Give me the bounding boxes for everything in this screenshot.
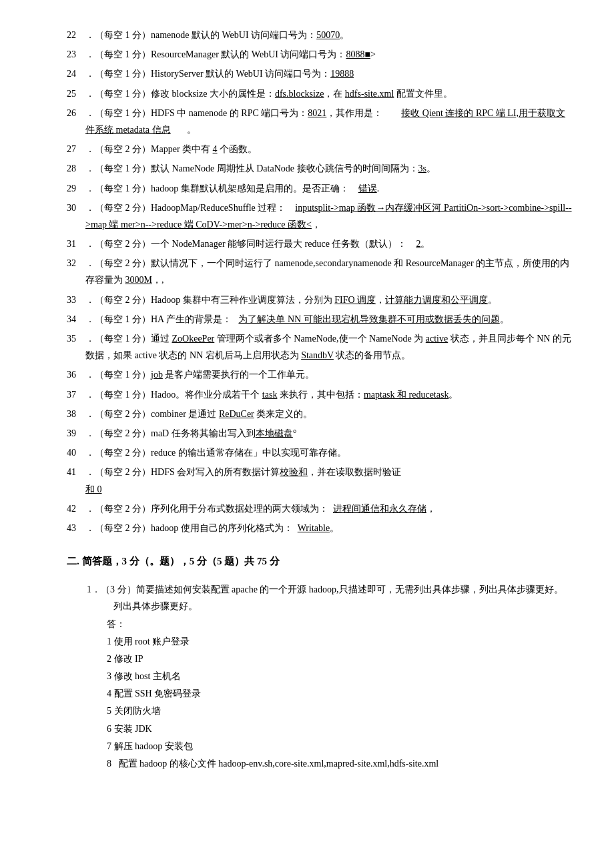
answer-34: 为了解决单 NN 可能出现宕机导致集群不可用或数据丢失的问题 [238, 314, 499, 324]
q-body-32: ．（每空 2 分）默认情况下，一个同时运行了 namenode,secondar… [85, 255, 574, 288]
q-num-40: 40 [67, 444, 85, 461]
q-body-36: ．（每空 1 分）job 是客户端需要执行的一个工作单元。 [85, 366, 574, 383]
sub-q1-text: 1．（3 分）简要描述如何安装配置 apache 的一个开源 hadoop,只描… [87, 581, 574, 598]
q-body-40: ．（每空 2 分）reduce 的输出通常存储在」中以实现可靠存储。 [85, 444, 574, 461]
q-body-30: ．（每空 2 分）HadoopMap/ReduceShuffle 过程： inp… [85, 199, 574, 233]
answer-label: 答： [107, 619, 125, 629]
answer-step-2: 2 修改 IP [107, 650, 574, 667]
sub-question-1: 1．（3 分）简要描述如何安装配置 apache 的一个开源 hadoop,只描… [87, 581, 574, 772]
sub-q1-indent: 列出具体步骤更好。 [113, 598, 574, 614]
question-22: 22 ．（每空 1 分）namenode 默认的 WebUI 访问端口号为：50… [67, 27, 574, 43]
answer-39: 本地磁盘 [256, 428, 293, 438]
answer-27: 4 [213, 144, 218, 154]
q-body-34: ．（每空 1 分）HA 产生的背景是： 为了解决单 NN 可能出现宕机导致集群不… [85, 311, 574, 328]
answer-step-4: 4 配置 SSH 免密码登录 [107, 685, 574, 702]
question-24: 24 ．（每空 1 分）HistoryServer 默认的 WebUI 访问端口… [67, 65, 574, 82]
question-32: 32 ．（每空 2 分）默认情况下，一个同时运行了 namenode,secon… [67, 255, 574, 288]
section2-title: 二. 简答题，3 分（。题），5 分（5 题）共 75 分 [67, 552, 574, 570]
question-40: 40 ．（每空 2 分）reduce 的输出通常存储在」中以实现可靠存储。 [67, 444, 574, 461]
question-25: 25 ．（每空 1 分）修改 blocksize 大小的属性是：dfs.bloc… [67, 85, 574, 102]
question-28: 28 ．（每空 1 分）默认 NameNode 周期性从 DataNode 接收… [67, 160, 574, 177]
question-39: 39 ．（每空 2 分）maD 任务将其输出写入到本地磁盘° [67, 425, 574, 442]
answer-30: inputsplit->map 函数→内存缓冲区河 PartitiOn->sor… [85, 203, 572, 230]
q-body-25: ．（每空 1 分）修改 blocksize 大小的属性是：dfs.blocksi… [85, 85, 574, 102]
answer-26a: 8021 [308, 108, 326, 118]
q-num-28: 28 [67, 160, 85, 177]
answer-35a: ZoOkeePer [172, 334, 215, 344]
answer-step-6: 6 安装 JDK [107, 721, 574, 737]
q-num-41: 41 [67, 464, 85, 480]
answer-41b: 和 0 [85, 484, 102, 494]
q-body-31: ．（每空 2 分）一个 NodeManager 能够同时运行最大 reduce … [85, 236, 574, 252]
q-num-36: 36 [67, 366, 85, 383]
q-num-25: 25 [67, 85, 85, 102]
answer-step-1: 1 使用 root 账户登录 [107, 633, 574, 650]
q-body-33: ．（每空 2 分）Hadoop 集群中有三种作业调度算法，分别为 FIFO 调度… [85, 292, 574, 308]
answer-37a: task [262, 390, 278, 400]
section-2: 二. 简答题，3 分（。题），5 分（5 题）共 75 分 1．（3 分）简要描… [67, 552, 574, 772]
question-30: 30 ．（每空 2 分）HadoopMap/ReduceShuffle 过程： … [67, 199, 574, 233]
question-26: 26 ．（每空 1 分）HDFS 中 namenode 的 RPC 端口号为：8… [67, 105, 574, 138]
q-body-26: ．（每空 1 分）HDFS 中 namenode 的 RPC 端口号为：8021… [85, 105, 574, 138]
q-body-24: ．（每空 1 分）HistoryServer 默认的 WebUI 访问端口号为：… [85, 65, 574, 82]
q-body-23: ．（每空 1 分）ResourceManager 默认的 WebUI 访问端口号… [85, 46, 574, 63]
q-body-41: ．（每空 2 分）HDFS 会对写入的所有数据计算校验和，并在读取数据时验证 和… [85, 464, 574, 497]
q-num-27: 27 [67, 141, 85, 157]
q-num-31: 31 [67, 236, 85, 252]
answer-32: 3000M [125, 275, 152, 285]
answer-25: dfs.blocksize [275, 89, 324, 99]
q-body-35: ．（每空 1 分）通过 ZoOkeePer 管理两个或者多个 NameNode,… [85, 330, 574, 364]
answer-35c: StandbV [301, 350, 334, 360]
q-num-43: 43 [67, 520, 85, 536]
q-body-38: ．（每空 2 分）combiner 是通过 ReDuCer 类来定义的。 [85, 406, 574, 422]
question-27: 27 ．（每空 2 分）Mapper 类中有 4 个函数。 [67, 141, 574, 157]
q-body-28: ．（每空 1 分）默认 NameNode 周期性从 DataNode 接收心跳信… [85, 160, 574, 177]
question-43: 43 ．（每空 2 分）hadoop 使用自己的序列化格式为： Writable… [67, 520, 574, 536]
answer-22: 50070 [316, 30, 340, 40]
q-num-26: 26 [67, 105, 85, 121]
answer-36: job [151, 370, 163, 380]
question-42: 42 ．（每空 2 分）序列化用于分布式数据处理的两大领域为： 进程间通信和永久… [67, 500, 574, 517]
answer-33b: 计算能力调度和公平调度 [385, 295, 488, 305]
q-num-42: 42 [67, 500, 85, 517]
answer-step-7: 7 解压 hadoop 安装包 [107, 738, 574, 755]
answer-28: 3s [418, 163, 426, 173]
q-body-43: ．（每空 2 分）hadoop 使用自己的序列化格式为： Writable。 [85, 520, 574, 536]
q-body-27: ．（每空 2 分）Mapper 类中有 4 个函数。 [85, 141, 574, 157]
q-body-37: ．（每空 1 分）Hadoo。将作业分成若干个 task 来执行，其中包括：ma… [85, 386, 574, 403]
answer-33a: FIFO 调度 [334, 295, 376, 305]
question-23: 23 ．（每空 1 分）ResourceManager 默认的 WebUI 访问… [67, 46, 574, 63]
answer-29: 错误 [358, 183, 377, 193]
q-body-42: ．（每空 2 分）序列化用于分布式数据处理的两大领域为： 进程间通信和永久存储， [85, 500, 574, 517]
q-body-39: ．（每空 2 分）maD 任务将其输出写入到本地磁盘° [85, 425, 574, 442]
q-num-38: 38 [67, 406, 85, 422]
question-33: 33 ．（每空 2 分）Hadoop 集群中有三种作业调度算法，分别为 FIFO… [67, 292, 574, 308]
question-37: 37 ．（每空 1 分）Hadoo。将作业分成若干个 task 来执行，其中包括… [67, 386, 574, 403]
question-38: 38 ．（每空 2 分）combiner 是通过 ReDuCer 类来定义的。 [67, 406, 574, 422]
answer-42: 进程间通信和永久存储 [333, 504, 426, 514]
q-num-39: 39 [67, 425, 85, 442]
question-36: 36 ．（每空 1 分）job 是客户端需要执行的一个工作单元。 [67, 366, 574, 383]
q-num-24: 24 [67, 65, 85, 82]
answer-23: 8088■ [346, 49, 370, 59]
question-35: 35 ．（每空 1 分）通过 ZoOkeePer 管理两个或者多个 NameNo… [67, 330, 574, 364]
q-num-35: 35 [67, 330, 85, 347]
answer-step-5: 5 关闭防火墙 [107, 703, 574, 719]
answer-step-3: 3 修改 host 主机名 [107, 668, 574, 685]
question-41: 41 ．（每空 2 分）HDFS 会对写入的所有数据计算校验和，并在读取数据时验… [67, 464, 574, 497]
answer-31: 2 [416, 239, 420, 249]
q-body-29: ．（每空 1 分）hadoop 集群默认机架感知是启用的。是否正确： 错误. [85, 180, 574, 197]
question-31: 31 ．（每空 2 分）一个 NodeManager 能够同时运行最大 redu… [67, 236, 574, 252]
answer-step-8: 8 配置 hadoop 的核心文件 hadoop-env.sh,core-sit… [107, 755, 574, 772]
q-num-30: 30 [67, 199, 85, 216]
q-num-34: 34 [67, 311, 85, 328]
q-body-22: ．（每空 1 分）namenode 默认的 WebUI 访问端口号为：50070… [85, 27, 574, 43]
answer-25b: hdfs-site.xml [345, 89, 394, 99]
main-content: 22 ．（每空 1 分）namenode 默认的 WebUI 访问端口号为：50… [67, 27, 574, 772]
answer-38: ReDuCer [219, 409, 254, 419]
q-num-32: 32 [67, 255, 85, 272]
q-num-33: 33 [67, 292, 85, 308]
answer-37b: maptask 和 reducetask [364, 390, 449, 400]
answer-block-1: 答： 1 使用 root 账户登录 2 修改 IP 3 修改 host 主机名 … [107, 616, 574, 772]
answer-43: Writable [298, 523, 330, 533]
